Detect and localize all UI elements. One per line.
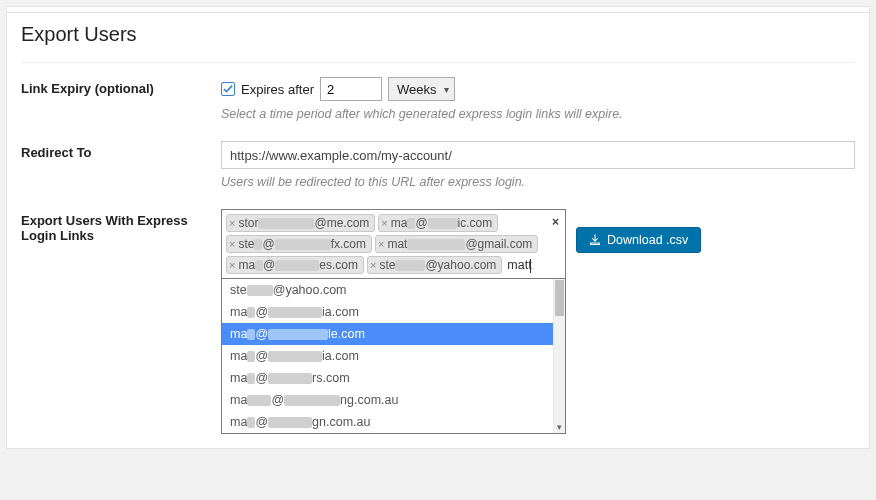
user-multiselect[interactable]: ×stor@me.com×ma@ic.com×ste@fx.com×mat@gm…	[221, 209, 566, 279]
help-redirect: Users will be redirected to this URL aft…	[221, 175, 855, 189]
dropdown-option[interactable]: ma@ia.com	[222, 301, 565, 323]
label-redirect: Redirect To	[21, 141, 221, 160]
expiry-unit-value: Weeks	[397, 82, 437, 97]
body-link-expiry: Expires after Weeks Select a time period…	[221, 77, 855, 121]
dropdown-scrollbar[interactable]: ▾	[553, 279, 565, 433]
remove-token-icon[interactable]: ×	[378, 238, 384, 250]
download-csv-button[interactable]: Download .csv	[576, 227, 701, 253]
user-dropdown: ste@yahoo.comma@ia.comma@le.comma@ia.com…	[221, 279, 566, 434]
expiry-unit-select[interactable]: Weeks	[388, 77, 456, 101]
dropdown-option[interactable]: ste@yahoo.com	[222, 279, 565, 301]
user-token: ×ma@es.com	[226, 256, 364, 274]
divider	[21, 62, 855, 63]
row-link-expiry: Link Expiry (optional) Expires after Wee…	[21, 77, 855, 121]
dropdown-option[interactable]: ma@ng.com.au	[222, 389, 565, 411]
redirect-url-input[interactable]	[221, 141, 855, 169]
page-title: Export Users	[21, 23, 855, 46]
help-link-expiry: Select a time period after which generat…	[221, 107, 855, 121]
multiselect-search-input[interactable]: matt	[505, 257, 531, 273]
expires-after-label: Expires after	[241, 82, 314, 97]
user-token: ×stor@me.com	[226, 214, 375, 232]
body-export-users: ×stor@me.com×ma@ic.com×ste@fx.com×mat@gm…	[221, 209, 855, 434]
remove-token-icon[interactable]: ×	[229, 259, 235, 271]
download-csv-label: Download .csv	[607, 233, 688, 247]
dropdown-option[interactable]: ma@rs.com	[222, 367, 565, 389]
download-icon	[589, 234, 601, 246]
user-token: ×ste@fx.com	[226, 235, 372, 253]
expiry-number-input[interactable]	[320, 77, 382, 101]
remove-token-icon[interactable]: ×	[370, 259, 376, 271]
label-link-expiry: Link Expiry (optional)	[21, 77, 221, 96]
remove-token-icon[interactable]: ×	[229, 238, 235, 250]
dropdown-option[interactable]: ma@ia.com	[222, 345, 565, 367]
row-redirect: Redirect To Users will be redirected to …	[21, 141, 855, 189]
dropdown-option[interactable]: ma@le.com	[222, 323, 565, 345]
dropdown-list: ste@yahoo.comma@ia.comma@le.comma@ia.com…	[222, 279, 565, 433]
user-token: ×mat@gmail.com	[375, 235, 538, 253]
check-icon	[223, 84, 233, 94]
remove-token-icon[interactable]: ×	[229, 217, 235, 229]
remove-token-icon[interactable]: ×	[381, 217, 387, 229]
top-divider	[7, 7, 869, 13]
user-token: ×ste@yahoo.com	[367, 256, 502, 274]
multiselect-wrap: ×stor@me.com×ma@ic.com×ste@fx.com×mat@gm…	[221, 209, 566, 434]
scroll-down-icon: ▾	[554, 422, 565, 432]
export-panel: Export Users Link Expiry (optional) Expi…	[6, 6, 870, 449]
dropdown-option[interactable]: ma@gn.com.au	[222, 411, 565, 433]
body-redirect: Users will be redirected to this URL aft…	[221, 141, 855, 189]
clear-all-button[interactable]: ×	[552, 215, 559, 229]
label-export-users: Export Users With Express Login Links	[21, 209, 221, 243]
user-token: ×ma@ic.com	[378, 214, 498, 232]
scroll-thumb[interactable]	[555, 280, 564, 316]
expires-checkbox[interactable]	[221, 82, 235, 96]
row-export-users: Export Users With Express Login Links ×s…	[21, 209, 855, 434]
